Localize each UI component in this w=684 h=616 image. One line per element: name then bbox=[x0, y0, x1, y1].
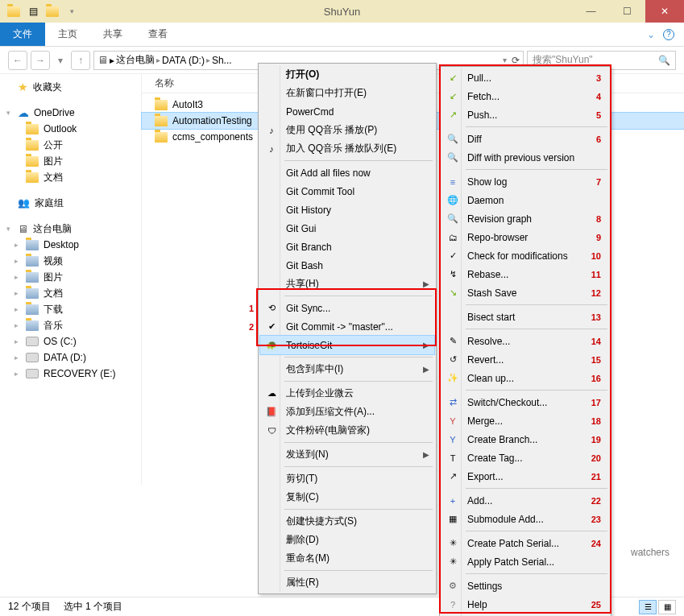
menu-item[interactable]: 共享(H)▶ bbox=[260, 275, 434, 293]
tab-home[interactable]: 主页 bbox=[45, 23, 90, 46]
menu-item[interactable]: Git Branch bbox=[260, 238, 434, 256]
view-details[interactable]: ☰ bbox=[639, 600, 657, 614]
menu-item[interactable]: YMerge...18 bbox=[441, 411, 609, 430]
menu-item[interactable]: 🔍Diff with previous version bbox=[441, 148, 609, 167]
menu-item[interactable]: Git Bash bbox=[260, 256, 434, 275]
menu-item[interactable]: ⚙Settings bbox=[441, 577, 609, 595]
menu-item[interactable]: YCreate Branch...19 bbox=[441, 430, 609, 449]
menu-item[interactable]: ▦Submodule Add...23 bbox=[441, 510, 609, 528]
menu-item[interactable]: 🐢TortoiseGit▶ bbox=[260, 336, 434, 354]
crumb-folder[interactable]: Sh... bbox=[212, 55, 232, 66]
menu-item[interactable]: Git Commit Tool bbox=[260, 182, 434, 201]
nav-drive[interactable]: ▸OS (C:) bbox=[0, 333, 141, 349]
menu-item[interactable]: ↘Stash Save12 bbox=[441, 283, 609, 302]
menu-item[interactable]: ⟲Git Sync...1 bbox=[260, 299, 434, 317]
status-selection: 选中 1 个项目 bbox=[64, 600, 122, 614]
menu-item[interactable]: ☁上传到企业微云 bbox=[260, 384, 434, 403]
menu-item[interactable]: ✳Apply Patch Serial... bbox=[441, 552, 609, 571]
menu-item[interactable]: ≡Show log7 bbox=[441, 172, 609, 191]
nav-item[interactable]: ▸图片 bbox=[0, 269, 141, 285]
context-menu: 打开(O)在新窗口中打开(E)PowerCmd♪使用 QQ音乐 播放(P)♪加入… bbox=[258, 63, 437, 594]
menu-item[interactable]: ♪使用 QQ音乐 播放(P) bbox=[260, 121, 434, 139]
nav-item[interactable]: ▸Desktop bbox=[0, 237, 141, 253]
menu-item[interactable]: 🔍Diff6 bbox=[441, 130, 609, 148]
nav-onedrive[interactable]: ▾☁OneDrive bbox=[0, 105, 141, 121]
tab-share[interactable]: 共享 bbox=[90, 23, 135, 46]
nav-item[interactable]: 图片 bbox=[0, 153, 141, 169]
menu-item[interactable]: +Add...22 bbox=[441, 491, 609, 510]
menu-item[interactable]: ↗Push...5 bbox=[441, 105, 609, 124]
qat-dropdown[interactable]: ▾ bbox=[63, 2, 81, 20]
menu-item[interactable]: ⇄Switch/Checkout...17 bbox=[441, 393, 609, 411]
menu-item[interactable]: 打开(O) bbox=[260, 65, 434, 84]
nav-favorites[interactable]: ★收藏夹 bbox=[0, 79, 141, 95]
menu-item[interactable]: 🔍Revision graph8 bbox=[441, 209, 609, 228]
menu-item[interactable]: 发送到(N)▶ bbox=[260, 445, 434, 464]
menu-item[interactable]: ↯Rebase...11 bbox=[441, 265, 609, 283]
ribbon-expand-icon[interactable]: ⌄ bbox=[647, 29, 655, 40]
nav-history[interactable]: ▾ bbox=[53, 51, 68, 70]
nav-homegroup[interactable]: 👥家庭组 bbox=[0, 195, 141, 211]
menu-item[interactable]: 🌐Daemon bbox=[441, 191, 609, 209]
menu-item[interactable]: 属性(R) bbox=[260, 573, 434, 592]
menu-item[interactable]: ✓Check for modifications10 bbox=[441, 246, 609, 265]
nav-drive[interactable]: ▸RECOVERY (E:) bbox=[0, 366, 141, 382]
nav-item[interactable]: 公开 bbox=[0, 137, 141, 153]
search-icon: 🔍 bbox=[658, 55, 670, 66]
menu-item[interactable]: ↙Pull...3 bbox=[441, 68, 609, 87]
nav-forward[interactable]: → bbox=[31, 51, 50, 70]
maximize-button[interactable]: ☐ bbox=[609, 0, 645, 23]
menu-item[interactable]: 包含到库中(I)▶ bbox=[260, 360, 434, 378]
menu-item[interactable]: 复制(C) bbox=[260, 488, 434, 506]
menu-item[interactable]: Bisect start13 bbox=[441, 308, 609, 326]
menu-item[interactable]: ✔Git Commit -> "master"...2 bbox=[260, 317, 434, 336]
menu-item[interactable]: Git History bbox=[260, 201, 434, 219]
nav-drive[interactable]: ▸DATA (D:) bbox=[0, 349, 141, 366]
menu-item[interactable]: 在新窗口中打开(E) bbox=[260, 84, 434, 102]
refresh-icon[interactable]: ⟳ bbox=[512, 55, 520, 66]
nav-thispc[interactable]: ▾🖥这台电脑 bbox=[0, 221, 141, 237]
minimize-button[interactable]: — bbox=[573, 0, 609, 23]
menu-item[interactable]: Git Gui bbox=[260, 219, 434, 238]
nav-item[interactable]: 文档 bbox=[0, 169, 141, 185]
menu-item[interactable]: ↺Revert...15 bbox=[441, 350, 609, 369]
tortoisegit-submenu: ↙Pull...3↙Fetch...4↗Push...5🔍Diff6🔍Diff … bbox=[439, 66, 611, 616]
menu-item[interactable]: 🛡文件粉碎(电脑管家) bbox=[260, 421, 434, 440]
menu-item[interactable]: ✎Resolve...14 bbox=[441, 332, 609, 350]
nav-up[interactable]: ↑ bbox=[71, 51, 90, 70]
nav-item[interactable]: ▸下载 bbox=[0, 301, 141, 317]
menu-item[interactable]: TCreate Tag...20 bbox=[441, 449, 609, 467]
nav-item[interactable]: ▸音乐 bbox=[0, 317, 141, 333]
nav-item[interactable]: Outlook bbox=[0, 121, 141, 137]
menu-item[interactable]: 📕添加到压缩文件(A)... bbox=[260, 403, 434, 421]
status-count: 12 个项目 bbox=[8, 600, 51, 614]
tab-view[interactable]: 查看 bbox=[135, 23, 180, 46]
menu-item[interactable]: ✳Create Patch Serial...24 bbox=[441, 534, 609, 552]
menu-item[interactable]: 剪切(T) bbox=[260, 469, 434, 488]
menu-item[interactable]: PowerCmd bbox=[260, 102, 434, 121]
title-bar: ▤ ▾ ShuYun — ☐ ✕ bbox=[0, 0, 684, 23]
tab-file[interactable]: 文件 bbox=[0, 23, 45, 46]
close-button[interactable]: ✕ bbox=[645, 0, 684, 23]
menu-item[interactable]: Git Add all files now bbox=[260, 163, 434, 182]
crumb-drive[interactable]: DATA (D:) bbox=[162, 55, 205, 66]
nav-pane[interactable]: ★收藏夹 ▾☁OneDrive Outlook公开图片文档 👥家庭组 ▾🖥这台电… bbox=[0, 74, 142, 485]
crumb-root[interactable]: 这台电脑 bbox=[116, 53, 155, 67]
menu-item[interactable]: ↗Export...21 bbox=[441, 467, 609, 486]
menu-item[interactable]: ?Help25 bbox=[441, 595, 609, 614]
qat-newfolder[interactable] bbox=[44, 2, 61, 20]
menu-item[interactable]: ✨Clean up...16 bbox=[441, 369, 609, 387]
menu-item[interactable]: 重命名(M) bbox=[260, 549, 434, 568]
qat-properties[interactable]: ▤ bbox=[24, 2, 42, 20]
menu-item[interactable]: ↙Fetch...4 bbox=[441, 87, 609, 105]
nav-back[interactable]: ← bbox=[8, 51, 27, 70]
menu-item[interactable]: 创建快捷方式(S) bbox=[260, 512, 434, 531]
menu-item[interactable]: 🗂Repo-browser9 bbox=[441, 228, 609, 246]
help-icon[interactable]: ? bbox=[663, 29, 674, 40]
nav-item[interactable]: ▸文档 bbox=[0, 285, 141, 301]
nav-item[interactable]: ▸视频 bbox=[0, 253, 141, 269]
view-icons[interactable]: ▦ bbox=[658, 600, 676, 614]
crumb-dropdown-icon[interactable]: ▾ bbox=[503, 56, 507, 64]
menu-item[interactable]: 删除(D) bbox=[260, 531, 434, 549]
menu-item[interactable]: ♪加入 QQ音乐 播放队列(E) bbox=[260, 139, 434, 158]
